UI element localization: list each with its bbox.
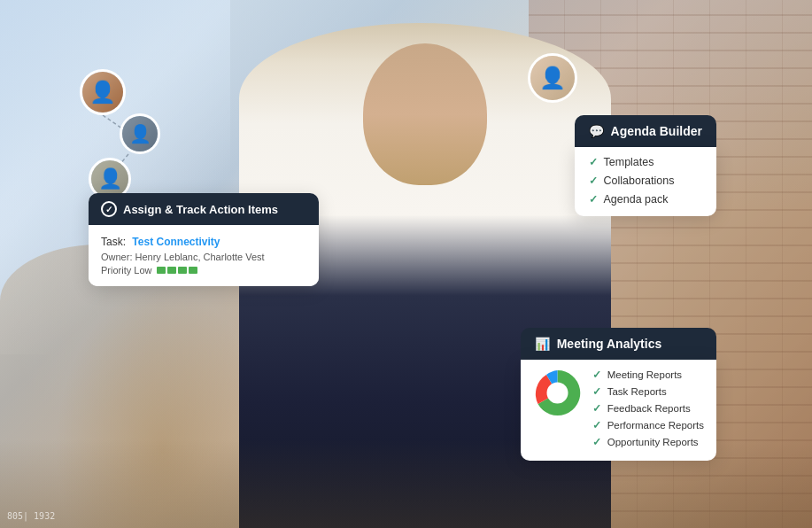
agenda-builder-container: 💬 Agenda Builder ✓ Templates ✓ Collabora… [575,115,716,216]
pie-center [546,383,568,404]
meeting-analytics-header: 📊 Meeting Analytics [521,328,716,360]
dimension-badge: 805| 1932 [7,511,55,521]
analytics-check-3: ✓ [592,402,601,415]
agenda-item-3-label: Agenda pack [604,193,669,206]
agenda-item-1: ✓ Templates [589,156,702,168]
person-face [363,43,487,185]
priority-bar-2 [167,267,176,274]
assign-track-title: Assign & Track Action Items [123,203,278,216]
analytics-item-3: ✓ Feedback Reports [592,402,704,415]
analytics-item-4: ✓ Performance Reports [592,419,704,431]
bar-chart-icon: 📊 [535,337,550,351]
analytics-item-2-label: Task Reports [607,386,667,397]
meeting-analytics-container: 📊 Meeting Analytics ✓ Meeting Reports [521,328,716,461]
analytics-item-1: ✓ Meeting Reports [592,369,704,381]
analytics-item-3-label: Feedback Reports [607,403,691,414]
meeting-analytics-body: ✓ Meeting Reports ✓ Task Reports ✓ Feedb… [521,360,716,461]
meeting-analytics-title: Meeting Analytics [557,337,662,351]
pie-chart [533,369,582,417]
agenda-builder-title: Agenda Builder [611,124,702,138]
priority-bar-1 [157,267,166,274]
priority-bar-3 [178,267,187,274]
task-link[interactable]: Test Connectivity [132,236,220,248]
priority-bar-4 [189,267,197,274]
checkmark-icon-2: ✓ [589,175,598,187]
avatar-1: 👤 [80,69,126,115]
agenda-builder-body: ✓ Templates ✓ Collaborations ✓ Agenda pa… [575,147,716,216]
analytics-item-5-label: Opportunity Reports [607,437,699,447]
priority-bars [157,267,197,274]
task-priority-row: Priority Low [101,265,306,276]
analytics-check-5: ✓ [592,436,601,448]
analytics-list: ✓ Meeting Reports ✓ Task Reports ✓ Feedb… [592,369,704,448]
analytics-item-4-label: Performance Reports [607,420,704,431]
avatar-top-right: 👤 [528,53,577,103]
assign-track-card: ✓ Assign & Track Action Items Task: Test… [89,193,319,286]
analytics-item-5: ✓ Opportunity Reports [592,436,704,448]
assign-track-header: ✓ Assign & Track Action Items [89,193,319,225]
agenda-item-1-label: Templates [604,156,654,168]
analytics-item-1-label: Meeting Reports [607,369,682,380]
checkmark-icon-3: ✓ [589,193,598,206]
priority-label: Priority Low [101,265,151,276]
agenda-item-2: ✓ Collaborations [589,175,702,187]
analytics-item-2: ✓ Task Reports [592,385,704,398]
analytics-check-1: ✓ [592,369,601,381]
analytics-check-4: ✓ [592,419,601,431]
agenda-item-3: ✓ Agenda pack [589,193,702,206]
assign-track-body: Task: Test Connectivity Owner: Henry Leb… [89,225,319,286]
agenda-item-2-label: Collaborations [604,175,675,187]
agenda-builder-header: 💬 Agenda Builder [575,115,716,147]
pie-chart-container [533,369,582,417]
analytics-check-2: ✓ [592,385,601,398]
check-circle-icon: ✓ [101,201,117,217]
avatar-2: 👤 [120,113,160,154]
chat-icon: 💬 [589,124,604,138]
checkmark-icon-1: ✓ [589,156,598,168]
task-owner: Owner: Henry Leblanc, Charlotte Vest [101,252,306,262]
task-prefix: Task: [101,236,126,248]
task-label: Task: Test Connectivity [101,236,306,248]
